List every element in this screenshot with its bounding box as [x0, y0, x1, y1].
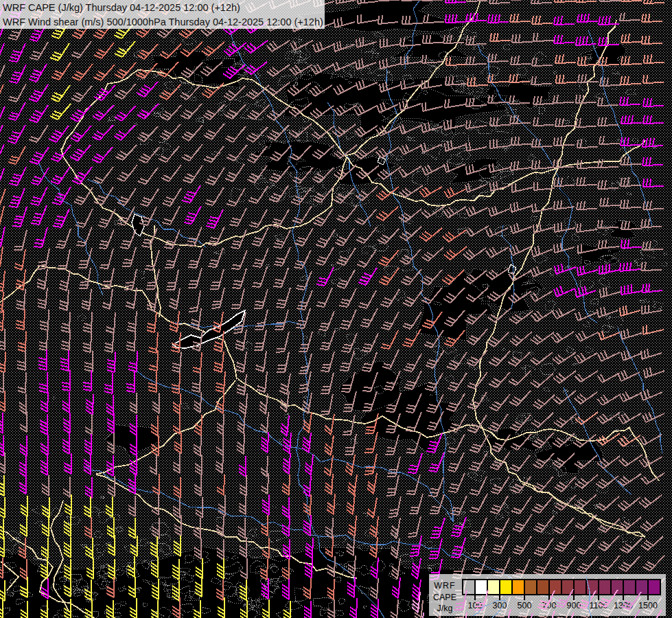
svg-text:100: 100: [468, 601, 483, 610]
svg-text:900: 900: [567, 601, 581, 610]
svg-text:J/kg: J/kg: [437, 604, 453, 613]
svg-text:500: 500: [518, 601, 532, 610]
svg-text:CAPE: CAPE: [433, 593, 456, 602]
svg-text:WRF: WRF: [434, 581, 455, 591]
svg-text:WRF Wind shear (m/s) 500/1000h: WRF Wind shear (m/s) 500/1000hPa Thursda…: [3, 16, 323, 27]
svg-text:WRF CAPE (J/kg) Thursday 04-12: WRF CAPE (J/kg) Thursday 04-12-2025 12:0…: [3, 2, 240, 13]
svg-text:1500: 1500: [638, 601, 658, 610]
svg-text:1100: 1100: [590, 601, 608, 610]
